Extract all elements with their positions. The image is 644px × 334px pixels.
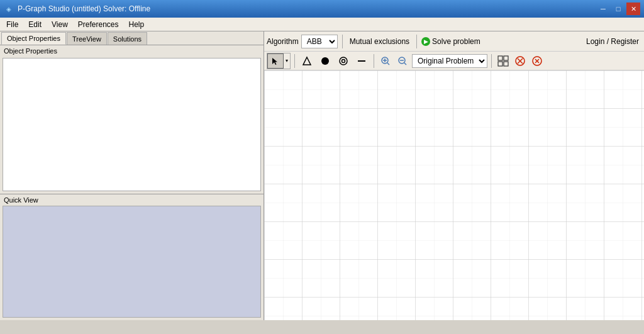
menu-edit[interactable]: Edit [23, 18, 47, 31]
tab-object-properties[interactable]: Object Properties [1, 32, 66, 45]
window-title: P-Graph Studio (untitled) Solver: Offlin… [18, 4, 150, 13]
tab-bar: Object Properties TreeView Solutions [0, 31, 264, 45]
close-button[interactable]: ✕ [626, 3, 640, 15]
canvas-grid [264, 70, 644, 320]
algorithm-select[interactable]: ABB SSG MSG [301, 35, 338, 48]
svg-marker-1 [303, 57, 311, 65]
quick-view-title: Quick View [0, 194, 264, 206]
svg-rect-14 [504, 56, 508, 60]
toolbar-sep-1 [342, 35, 343, 48]
algorithm-section: Algorithm ABB SSG MSG [267, 35, 338, 48]
object-properties-title: Object Properties [0, 45, 264, 57]
top-toolbar: Algorithm ABB SSG MSG Mutual exclusions … [264, 31, 644, 52]
edge-tool-button[interactable] [353, 53, 370, 69]
title-bar-controls: ─ □ ✕ [596, 3, 640, 15]
tab-solutions[interactable]: Solutions [108, 32, 147, 45]
canvas-toolbar: ▾ [264, 52, 644, 70]
menu-preferences[interactable]: Preferences [73, 18, 124, 31]
svg-line-7 [387, 63, 389, 65]
tab-treeview[interactable]: TreeView [67, 32, 107, 45]
canvas-sep-2 [374, 54, 374, 68]
minimize-button[interactable]: ─ [596, 3, 610, 15]
canvas-sep-1 [294, 54, 295, 68]
stop-icon [531, 55, 543, 67]
canvas-sep-3 [491, 54, 492, 68]
material-tool-button[interactable] [299, 53, 315, 69]
material-icon [302, 56, 312, 66]
svg-marker-0 [272, 58, 277, 65]
algorithm-label: Algorithm [267, 37, 299, 46]
select-tool-button[interactable] [267, 53, 284, 69]
svg-point-4 [342, 59, 345, 62]
main-content: Object Properties TreeView Solutions Obj… [0, 31, 644, 320]
zoom-in-icon [380, 56, 391, 66]
zoom-out-icon [397, 56, 408, 66]
login-register-button[interactable]: Login / Register [584, 36, 641, 47]
solve-icon: ▶ [421, 37, 430, 46]
cursor-icon [271, 57, 280, 65]
svg-point-2 [321, 57, 329, 65]
operating-unit-tool-button[interactable] [317, 53, 333, 69]
svg-point-3 [340, 57, 347, 65]
title-bar-left: ◈ P-Graph Studio (untitled) Solver: Offl… [4, 4, 150, 14]
menu-bar: File Edit View Preferences Help [0, 18, 644, 31]
zoom-in-button[interactable] [378, 54, 393, 68]
svg-rect-24 [264, 70, 644, 320]
mutual-exclusions-section: Mutual exclusions [347, 36, 412, 47]
grid-button[interactable] [496, 54, 511, 68]
object-properties-panel: Object Properties [0, 45, 264, 194]
draw-tools-group: ▾ [267, 53, 291, 69]
mutual-exclusions-button[interactable]: Mutual exclusions [347, 36, 412, 47]
object-properties-content [3, 58, 261, 191]
select-tool-dropdown[interactable]: ▾ [284, 53, 290, 69]
svg-rect-15 [498, 62, 502, 66]
solve-problem-label: Solve problem [432, 37, 480, 46]
target-tool-button[interactable] [335, 53, 352, 69]
edge-icon [357, 56, 367, 66]
svg-line-11 [404, 63, 406, 65]
app-icon: ◈ [4, 4, 14, 14]
quick-view-content [3, 206, 261, 318]
menu-view[interactable]: View [47, 18, 73, 31]
svg-rect-16 [504, 62, 508, 66]
stop-button[interactable] [530, 54, 545, 68]
canvas-area[interactable] [264, 70, 644, 320]
quick-view-panel: Quick View [0, 194, 264, 320]
zoom-out-button[interactable] [395, 54, 410, 68]
grid-icon [497, 55, 509, 67]
toolbar-sep-2 [416, 35, 417, 48]
menu-file[interactable]: File [1, 18, 23, 31]
flag-icon [514, 55, 526, 67]
left-panel: Object Properties TreeView Solutions Obj… [0, 31, 264, 320]
title-bar: ◈ P-Graph Studio (untitled) Solver: Offl… [0, 0, 644, 18]
menu-help[interactable]: Help [124, 18, 150, 31]
problem-select[interactable]: Original Problem Solution 1 Solution 2 [412, 54, 487, 68]
maximize-button[interactable]: □ [611, 3, 625, 15]
right-panel: Algorithm ABB SSG MSG Mutual exclusions … [264, 31, 644, 320]
flag-button[interactable] [513, 54, 528, 68]
svg-rect-13 [498, 56, 502, 60]
circle-icon [320, 56, 330, 66]
solve-problem-button[interactable]: ▶ Solve problem [421, 37, 480, 46]
target-icon [338, 56, 348, 66]
